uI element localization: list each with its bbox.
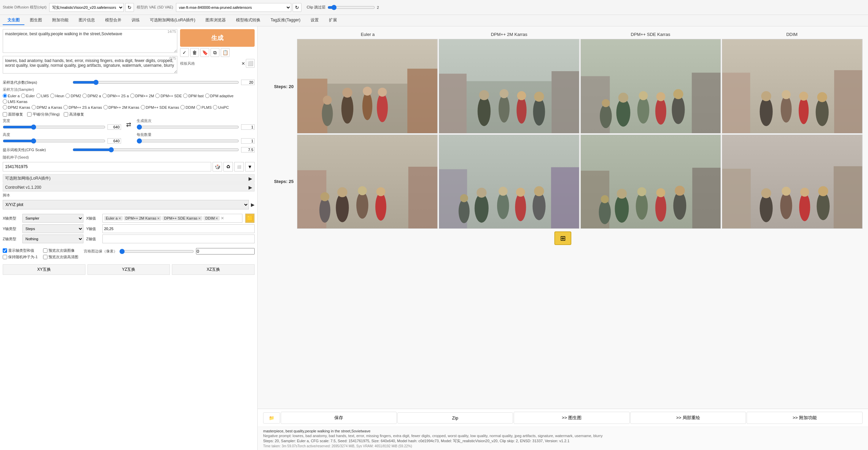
cfg-value-input[interactable] [241, 147, 255, 152]
sampler-dppsdekarras[interactable]: DPM++ SDE Karras [141, 105, 179, 109]
preview-first-check[interactable]: 预览次次级图像 [43, 248, 78, 253]
save-btn[interactable]: 保存 [281, 412, 397, 424]
bookmark-btn[interactable]: 🔖 [200, 48, 209, 57]
sampler-euler-a[interactable]: Euler a [3, 94, 20, 98]
tab-lora[interactable]: 可选附加网络(LoRA插件) [145, 16, 200, 25]
seed-dropdown-btn[interactable]: ▼ [245, 162, 255, 171]
sampler-dpmadaptive[interactable]: DPM adaptive [205, 94, 234, 98]
tab-model-convert[interactable]: 模型格式转换 [231, 16, 265, 25]
highres-check[interactable]: 高清修复 [64, 112, 84, 117]
sampler-lmskarras[interactable]: LMS Karras [3, 99, 27, 104]
face-restore-check[interactable]: 面部修复 [3, 112, 23, 117]
sampler-dpm2[interactable]: DPM2 [65, 94, 81, 98]
z-value-input[interactable] [102, 234, 255, 243]
model-dropdown[interactable]: 写实/realisticVision20_v20.safetensors [c0… [49, 3, 124, 12]
script-select[interactable]: X/Y/Z plot [3, 200, 249, 209]
sampler-dpp2m[interactable]: DPM++ 2M [130, 94, 154, 98]
height-value-input[interactable] [107, 138, 121, 144]
clip-slider[interactable] [328, 5, 375, 10]
y-type-select[interactable]: Steps [22, 224, 83, 233]
tab-tagger[interactable]: Tag反推(Tagger) [266, 16, 305, 25]
style-close-icon[interactable]: ✕ [241, 61, 245, 66]
tab-extras[interactable]: 附加功能 [47, 16, 73, 25]
sampler-unipc[interactable]: UniPC [213, 105, 229, 109]
seed-extra-btn[interactable]: ⬜ [234, 162, 244, 171]
tab-img2img[interactable]: 图生图 [25, 16, 47, 25]
z-type-select[interactable]: Nothing [22, 234, 83, 243]
generate-button[interactable]: 生成 [180, 29, 255, 47]
x-tag-euler-a-remove[interactable]: ✕ [118, 217, 121, 220]
yz-exchange-btn[interactable]: YZ互换 [87, 264, 170, 275]
show-axis-check[interactable]: 显示轴类型和值 [3, 248, 38, 253]
tab-train[interactable]: 训练 [127, 16, 144, 25]
y-value-input[interactable] [102, 224, 255, 233]
positive-prompt-input[interactable]: masterpiece, best quality,people walking… [3, 29, 177, 53]
batch-count-slider[interactable] [137, 124, 239, 130]
model-refresh-btn[interactable]: ↻ [125, 3, 134, 12]
controlnet-header[interactable]: ControlNet v1.1.200 ▶ [3, 183, 255, 191]
exchange-icon[interactable]: ⇄ [124, 121, 134, 128]
add-func-btn[interactable]: >> 附加功能 [747, 412, 863, 424]
xz-exchange-btn[interactable]: XZ互换 [172, 264, 255, 275]
seed-recycle-btn[interactable]: ♻ [223, 162, 233, 171]
tab-settings[interactable]: 设置 [306, 16, 323, 25]
batch-count-value[interactable] [241, 124, 255, 130]
x-tag-dpp2mk-remove[interactable]: ✕ [157, 217, 160, 220]
xyz-color-btn[interactable]: 🟨 [245, 213, 255, 223]
highres-value-input[interactable] [196, 248, 255, 254]
controlnet-toggle-icon[interactable]: ▶ [249, 185, 252, 190]
tab-extensions[interactable]: 扩展 [324, 16, 342, 25]
preview-highres-check[interactable]: 预览次次级高清图 [43, 254, 78, 260]
tab-pnginfo[interactable]: 图片信息 [74, 16, 100, 25]
style-expand-btn[interactable]: ⬜ [246, 59, 255, 68]
negative-prompt-input[interactable]: lowres, bad anatomy, bad hands, text, er… [3, 56, 177, 74]
sampler-heun[interactable]: Heun [50, 94, 64, 98]
delete-btn[interactable]: 🗑 [190, 48, 199, 57]
steps-value-input[interactable] [241, 80, 255, 85]
sampler-ddim[interactable]: DDIM [180, 105, 195, 109]
sampler-dpp2sa[interactable]: DPM++ 2S a [102, 94, 129, 98]
seed-dice-btn[interactable]: 🎲 [213, 162, 222, 171]
width-slider[interactable] [3, 124, 105, 130]
tab-gallery[interactable]: 图库浏览器 [201, 16, 231, 25]
batch-size-slider[interactable] [137, 138, 239, 144]
paste-btn[interactable]: 📋 [221, 48, 230, 57]
cfg-slider[interactable] [73, 147, 239, 152]
highres-slider[interactable] [119, 249, 194, 254]
height-slider[interactable] [3, 138, 105, 144]
sampler-plms[interactable]: PLMS [196, 105, 212, 109]
width-value-input[interactable] [107, 124, 121, 130]
seed-input[interactable] [3, 162, 211, 171]
xy-exchange-btn[interactable]: XY互换 [3, 264, 85, 275]
sampler-dpm2akarras[interactable]: DPM2 a Karras [32, 105, 62, 109]
script-toggle[interactable]: ▶ [251, 202, 255, 207]
steps-slider[interactable] [73, 80, 239, 85]
lora-header[interactable]: 可选附加网络(LoRA插件) ▶ [3, 174, 255, 183]
sampler-lms[interactable]: LMS [36, 94, 49, 98]
lora-toggle-icon[interactable]: ▶ [249, 176, 252, 181]
sampler-dpmfast[interactable]: DPM fast [183, 94, 203, 98]
tab-merge[interactable]: 模型合并 [100, 16, 126, 25]
tiling-check[interactable]: 平铺/分块(Tiling) [27, 112, 60, 117]
sampler-dppsde[interactable]: DPM++ SDE [155, 94, 182, 98]
tab-txt2img[interactable]: 文生图 [3, 16, 24, 25]
vae-refresh-btn[interactable]: ↻ [293, 3, 301, 12]
x-tag-clear[interactable]: ✕ [221, 216, 224, 221]
keep-seed-check[interactable]: 保持随机种子为-1 [3, 254, 38, 260]
x-tag-ddim-remove[interactable]: ✕ [215, 217, 218, 220]
to-img2img-btn[interactable]: >> 图生图 [514, 412, 630, 424]
batch-size-value[interactable] [241, 138, 255, 144]
region-redraw-btn[interactable]: >> 局部重绘 [630, 412, 746, 424]
copy-btn[interactable]: ⧉ [211, 48, 219, 57]
sampler-euler[interactable]: Euler [21, 94, 35, 98]
grid-action-btn[interactable]: ⊞ [554, 231, 571, 245]
vae-dropdown[interactable]: vae-ft-mse-840000-ema-pruned.safetensors [176, 3, 291, 12]
sampler-dpm2karras[interactable]: DPM2 Karras [3, 105, 30, 109]
x-type-select[interactable]: Sampler [22, 214, 83, 223]
x-tag-dppsdek-remove[interactable]: ✕ [198, 217, 201, 220]
swap-icon[interactable]: ⇄ [126, 121, 131, 128]
sampler-dpp2mkarras[interactable]: DPM++ 2M Karras [103, 105, 139, 109]
sampler-dpp2sakarras[interactable]: DPM++ 2S a Karras [63, 105, 102, 109]
sampler-dpm2a[interactable]: DPM2 a [82, 94, 101, 98]
folder-btn[interactable]: 📁 [263, 412, 280, 424]
